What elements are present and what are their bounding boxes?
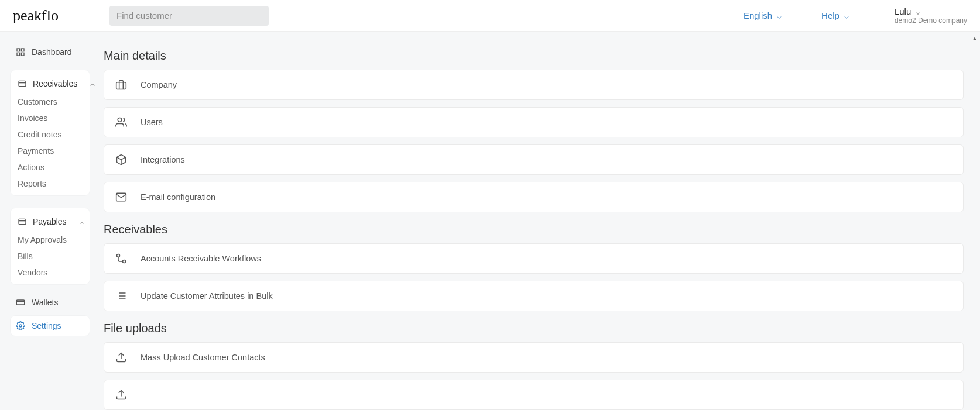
sidebar-item-payments[interactable]: Payments <box>11 143 90 159</box>
sidebar-group-header-receivables[interactable]: Receivables <box>11 74 90 94</box>
wallet-icon <box>15 297 26 308</box>
card-label: E-mail configuration <box>141 192 215 202</box>
user-menu[interactable]: Lulu demo2 Demo company <box>895 6 967 25</box>
sidebar: Dashboard Receivables Customers Invoices… <box>0 32 97 410</box>
svg-point-15 <box>117 254 120 257</box>
sidebar-item-credit-notes[interactable]: Credit notes <box>11 126 90 143</box>
sidebar-item-wallets[interactable]: Wallets <box>11 292 90 312</box>
sidebar-item-label: Settings <box>32 321 61 330</box>
svg-rect-11 <box>116 82 126 89</box>
chevron-up-icon <box>89 81 95 87</box>
main-content: ▲ Main details Company Users Integration… <box>97 32 980 410</box>
payables-icon <box>18 216 27 227</box>
mail-icon <box>115 191 128 204</box>
users-icon <box>115 116 128 129</box>
chevron-down-icon <box>776 13 782 19</box>
sidebar-item-my-approvals[interactable]: My Approvals <box>11 232 90 248</box>
sidebar-item-label: Receivables <box>33 79 77 88</box>
sidebar-item-invoices[interactable]: Invoices <box>11 110 90 126</box>
svg-point-12 <box>118 118 122 122</box>
upload-icon <box>115 388 128 401</box>
scroll-up-icon[interactable]: ▲ <box>972 35 978 42</box>
svg-rect-8 <box>16 300 24 305</box>
settings-card-company[interactable]: Company <box>104 70 964 100</box>
app-header: peakflo English Help Lulu demo2 Demo c <box>0 0 980 32</box>
sidebar-item-bills[interactable]: Bills <box>11 248 90 264</box>
settings-card-integrations[interactable]: Integrations <box>104 144 964 175</box>
sidebar-item-label: Payables <box>33 217 67 226</box>
sidebar-item-settings[interactable]: Settings <box>11 316 90 336</box>
sidebar-item-actions[interactable]: Actions <box>11 159 90 175</box>
language-selector[interactable]: English <box>743 11 782 20</box>
svg-rect-2 <box>21 53 24 56</box>
user-name-label: Lulu <box>895 6 911 16</box>
settings-card-users[interactable]: Users <box>104 107 964 137</box>
card-label: Update Customer Attributes in Bulk <box>141 291 273 301</box>
svg-rect-6 <box>19 219 26 224</box>
section-title-receivables: Receivables <box>104 223 964 236</box>
settings-card-bulk-attributes[interactable]: Update Customer Attributes in Bulk <box>104 281 964 311</box>
card-label: Users <box>141 118 163 127</box>
card-label: Integrations <box>141 155 185 164</box>
svg-rect-0 <box>17 49 20 51</box>
chevron-down-icon <box>843 13 849 19</box>
settings-card-partial[interactable] <box>104 380 964 410</box>
svg-point-16 <box>123 260 126 263</box>
gear-icon <box>15 321 26 331</box>
workflow-icon <box>115 252 128 265</box>
search-box[interactable] <box>109 6 269 26</box>
sidebar-group-receivables: Receivables Customers Invoices Credit no… <box>11 70 90 195</box>
sidebar-group-payables: Payables My Approvals Bills Vendors <box>11 208 90 284</box>
grid-icon <box>15 47 26 57</box>
help-label: Help <box>821 11 839 20</box>
card-label: Company <box>141 80 177 89</box>
sidebar-group-header-payables[interactable]: Payables <box>11 212 90 232</box>
section-title-file-uploads: File uploads <box>104 322 964 335</box>
box-icon <box>115 153 128 166</box>
sidebar-item-dashboard[interactable]: Dashboard <box>11 42 90 62</box>
settings-card-email-config[interactable]: E-mail configuration <box>104 182 964 212</box>
user-company-label: demo2 Demo company <box>895 16 967 25</box>
svg-point-10 <box>19 325 22 327</box>
sidebar-item-label: Wallets <box>32 298 58 307</box>
upload-icon <box>115 351 128 364</box>
sidebar-item-vendors[interactable]: Vendors <box>11 264 90 281</box>
help-menu[interactable]: Help <box>821 11 849 20</box>
svg-rect-4 <box>19 81 26 86</box>
chevron-down-icon <box>914 9 920 15</box>
svg-rect-1 <box>21 49 24 51</box>
sidebar-item-customers[interactable]: Customers <box>11 94 90 110</box>
sidebar-item-label: Dashboard <box>32 47 72 57</box>
card-label: Accounts Receivable Workflows <box>141 254 261 263</box>
settings-card-ar-workflows[interactable]: Accounts Receivable Workflows <box>104 243 964 274</box>
card-label: Mass Upload Customer Contacts <box>141 353 265 362</box>
svg-rect-3 <box>17 53 20 56</box>
receivables-icon <box>18 78 27 89</box>
brand-logo: peakflo <box>13 7 98 25</box>
list-icon <box>115 290 128 302</box>
briefcase-icon <box>115 78 128 91</box>
settings-card-mass-upload-contacts[interactable]: Mass Upload Customer Contacts <box>104 342 964 373</box>
sidebar-item-reports[interactable]: Reports <box>11 175 90 192</box>
search-input[interactable] <box>116 11 262 20</box>
section-title-main-details: Main details <box>104 49 964 63</box>
language-label: English <box>743 11 772 20</box>
chevron-up-icon <box>78 219 84 225</box>
